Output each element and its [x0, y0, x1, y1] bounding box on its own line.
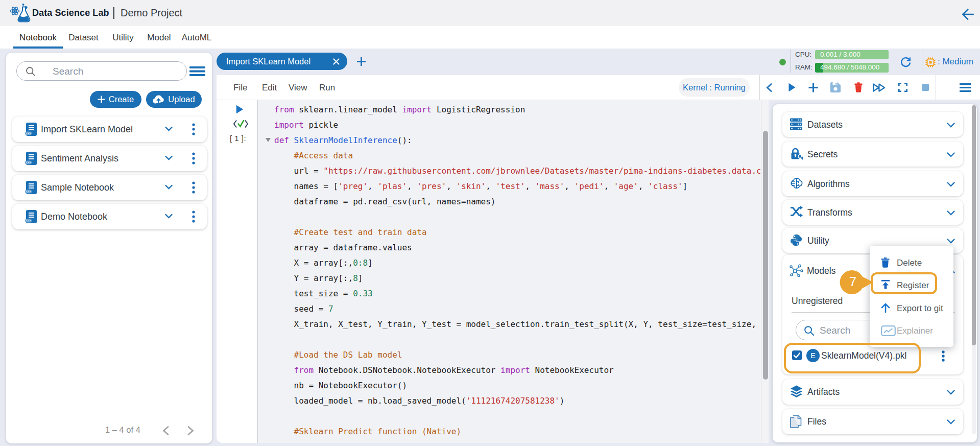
menu-item-explainer[interactable]: Explainer [870, 320, 953, 341]
new-tab-plus-icon[interactable] [356, 57, 366, 66]
section-label: Secrets [807, 142, 838, 167]
editor-scrollbar[interactable] [761, 100, 769, 443]
register-upload-icon [881, 280, 890, 289]
tab-automl[interactable]: AutoML [177, 26, 216, 49]
notebook-search-input[interactable]: Search [16, 61, 187, 81]
section-artifacts[interactable]: Artifacts [782, 379, 963, 405]
search-placeholder: Search [820, 320, 850, 340]
section-label: Files [807, 409, 826, 434]
notebook-item-label: Demo Notebook [41, 204, 107, 229]
section-algorithms[interactable]: Algorithms [782, 171, 963, 196]
app-header: Data Science Lab Demo Project [0, 0, 980, 26]
explainer-chart-icon [881, 325, 896, 336]
kebab-menu-icon[interactable] [192, 152, 195, 165]
run-all-icon[interactable] [873, 75, 887, 100]
page-prev-icon[interactable] [162, 426, 169, 435]
editor-scrollbar-thumb[interactable] [763, 131, 768, 380]
section-transforms[interactable]: Transforms [782, 200, 963, 225]
cpu-label: CPU: [795, 51, 812, 58]
notebook-item[interactable]: Import SKLearn Model [12, 116, 207, 142]
section-datasets[interactable]: Datasets [782, 112, 963, 137]
close-icon[interactable] [333, 58, 340, 65]
back-arrow-icon[interactable] [961, 8, 974, 21]
chevron-down-icon[interactable] [165, 127, 173, 131]
menu-view[interactable]: View [289, 75, 307, 100]
model-list-item[interactable]: E SklearnModel(V4).pkl [782, 347, 963, 375]
model-name: SklearnModel(V4).pkl [821, 347, 906, 364]
upload-button[interactable]: Upload [146, 91, 202, 108]
cell-gutter: [ 1 ]: [217, 100, 258, 443]
fullscreen-icon[interactable] [898, 75, 907, 100]
chevron-down-icon [947, 152, 955, 157]
chevron-down-icon[interactable] [165, 214, 173, 219]
menu-file[interactable]: File [233, 75, 247, 100]
plus-icon [98, 96, 105, 103]
open-notebook-tab[interactable]: Import SKLearn Model [217, 53, 347, 70]
notebook-icon [25, 123, 37, 136]
kebab-menu-icon[interactable] [942, 350, 945, 362]
panel-scrollbar[interactable] [972, 105, 976, 434]
arrow-up-icon [881, 303, 890, 313]
ram-label: RAM: [795, 63, 812, 71]
section-label: Transforms [807, 200, 852, 225]
code-lines: from sklearn.linear_model import Logisti… [274, 102, 760, 439]
models-icon [790, 264, 803, 277]
main-nav: Notebook Dataset Utility Model AutoML [0, 26, 980, 49]
refresh-icon[interactable] [900, 57, 912, 68]
menu-item-delete[interactable]: Delete [870, 252, 953, 273]
toolbar-menu-icon[interactable] [960, 75, 971, 100]
cpu-chip-icon [925, 57, 936, 67]
header-divider [113, 7, 114, 19]
add-cell-icon[interactable] [808, 75, 818, 100]
notebook-icon [25, 152, 37, 166]
tab-notebook[interactable]: Notebook [13, 26, 63, 49]
list-menu-icon[interactable] [189, 66, 205, 76]
divider [759, 75, 760, 100]
chevron-down-icon[interactable] [165, 156, 173, 160]
chevron-down-icon [947, 123, 955, 128]
menu-edit[interactable]: Edit [262, 75, 277, 100]
run-icon[interactable] [788, 75, 796, 100]
chevron-down-icon [947, 210, 955, 216]
delete-cell-icon[interactable] [854, 75, 863, 100]
menu-item-register[interactable]: Register [870, 275, 953, 295]
notebook-item[interactable]: Sentiment Analysis [12, 146, 207, 171]
run-cell-icon[interactable] [236, 105, 244, 114]
section-label[interactable]: Models [807, 255, 835, 287]
divider [922, 50, 922, 73]
notebook-item-label: Sample Notebook [41, 175, 114, 200]
tab-utility[interactable]: Utility [105, 26, 141, 49]
app-window: Data Science Lab Demo Project Notebook D… [0, 0, 980, 446]
menu-run[interactable]: Run [319, 75, 335, 100]
transforms-icon [790, 206, 803, 217]
code-editor: [ 1 ]: from sklearn.linear_model import … [217, 100, 769, 443]
section-secrets[interactable]: Secrets [782, 142, 963, 167]
kebab-menu-icon[interactable] [192, 181, 195, 194]
stop-kernel-icon[interactable] [922, 75, 929, 100]
ram-usage-badge: 494.680 / 5048.000 [815, 63, 889, 73]
panel-scrollbar-thumb[interactable] [972, 105, 976, 345]
menu-item-export-to-git[interactable]: Export to git [870, 298, 953, 318]
code-area[interactable]: from sklearn.linear_model import Logisti… [258, 100, 760, 443]
notebook-item-label: Sentiment Analysis [41, 146, 118, 171]
cpu-usage-badge: 0.001 / 3.000 [815, 50, 889, 59]
section-files[interactable]: Files [782, 409, 963, 434]
notebook-item-label: Import SKLearn Model [41, 116, 133, 142]
chevron-down-icon[interactable] [165, 185, 173, 190]
kebab-menu-icon[interactable] [192, 123, 195, 135]
create-button[interactable]: Create [90, 91, 141, 108]
step-back-icon[interactable] [766, 75, 772, 100]
tab-model[interactable]: Model [141, 26, 177, 49]
model-checkbox[interactable] [792, 350, 802, 360]
instance-size-label: : Medium [938, 50, 973, 73]
notebook-icon [25, 210, 37, 224]
notebook-item[interactable]: Sample Notebook [12, 175, 207, 200]
divider [791, 50, 791, 73]
page-next-icon[interactable] [187, 426, 194, 435]
notebook-item[interactable]: Demo Notebook [12, 204, 207, 229]
editor-toolbar: File Edit View Run Kernel : Running [217, 75, 980, 100]
save-icon[interactable] [830, 75, 841, 100]
kebab-menu-icon[interactable] [192, 210, 195, 223]
tab-dataset[interactable]: Dataset [62, 26, 105, 49]
kernel-status-dot [779, 59, 786, 65]
